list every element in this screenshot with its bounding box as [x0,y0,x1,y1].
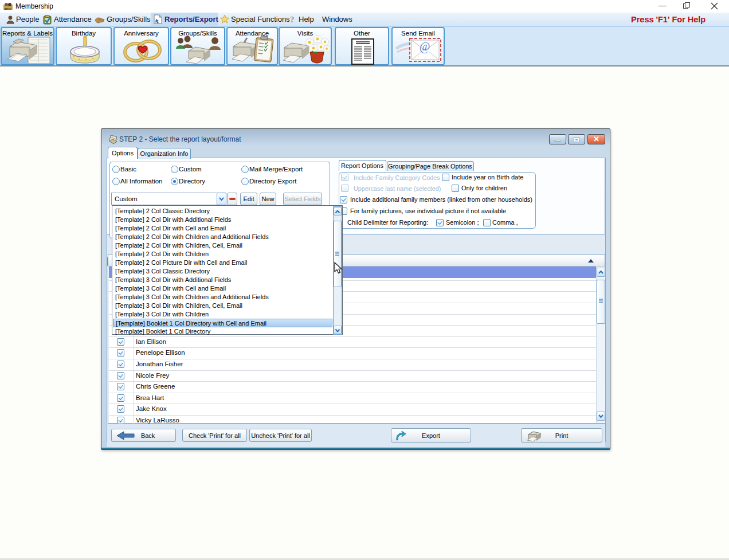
svg-text:?: ? [290,15,295,24]
svg-text:@: @ [420,40,430,53]
